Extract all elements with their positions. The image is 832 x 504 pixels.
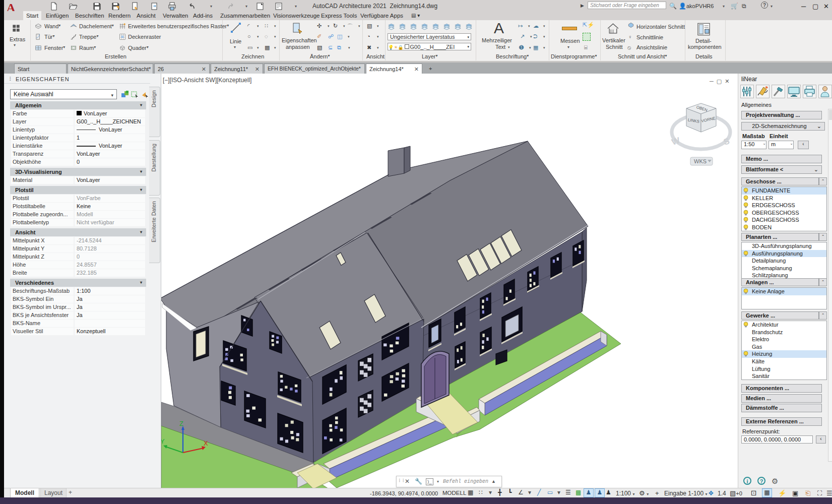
svg-text:Z: Z	[179, 420, 183, 427]
svg-text:Y: Y	[161, 437, 165, 445]
svg-text:X: X	[204, 439, 208, 447]
svg-text:WKS: WKS	[694, 158, 707, 164]
